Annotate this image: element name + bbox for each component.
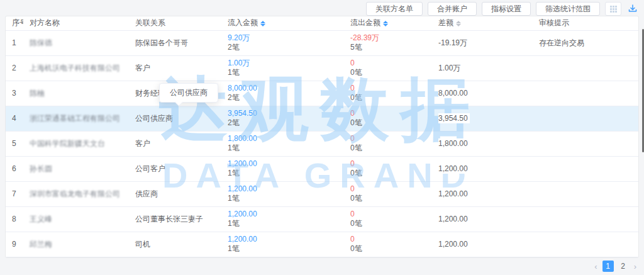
column-header-counterparty-name: 对方名称 [23, 16, 129, 30]
inflow-count: 1笔 [228, 68, 240, 77]
relationship-tooltip: 公司供应商 [159, 83, 218, 103]
cell-inflow: 9.20万 2笔 [221, 30, 344, 55]
outflow-amount-link[interactable]: 0 [350, 235, 426, 244]
cell-counterparty-name: 孙长圆 [23, 156, 129, 181]
outflow-amount-link[interactable]: 0 [350, 59, 426, 68]
cell-index: 5 [6, 131, 23, 156]
prev-page-arrow[interactable]: ‹ [593, 262, 598, 271]
table-row[interactable]: 9 邱兰梅 司机 1,200.00 1笔 0 0笔 1,200.00 [6, 232, 638, 257]
outflow-amount-link[interactable]: 0 [350, 210, 426, 219]
sort-icon[interactable] [260, 21, 265, 26]
cell-relationship: 司机 [129, 232, 221, 257]
download-button[interactable] [626, 2, 639, 16]
column-header-outflow-amount[interactable]: 流出金额 [344, 16, 432, 30]
outflow-amount-link[interactable]: 0 [350, 109, 426, 118]
table-row[interactable]: 2 上海机沃电子科技有限公司 客户 1.00万 1笔 0 0笔 1.00万 [6, 55, 638, 81]
inflow-amount-link[interactable]: 1,200.00 [228, 210, 338, 219]
cell-counterparty-name: 王义峰 [23, 206, 129, 232]
inflow-amount-link[interactable]: 1,200.00 [228, 159, 338, 169]
cell-audit-hint [533, 156, 638, 181]
cell-difference: 1,200.00 [432, 206, 533, 232]
redacted-name: 中国科学院新疆天文台 [30, 139, 105, 148]
cell-relationship: 供应商 [129, 181, 221, 206]
inflow-count: 2笔 [228, 118, 240, 127]
cell-inflow: 8,000.00 2笔 [221, 81, 344, 106]
cell-inflow: 1,200.00 1笔 [221, 206, 344, 232]
cell-index: 1 [6, 30, 23, 55]
cell-counterparty-name: 邱兰梅 [23, 232, 129, 257]
cell-relationship: 陈保国各个哥哥 [129, 30, 221, 55]
cell-outflow: 0 0笔 [344, 106, 432, 131]
next-page-arrow[interactable]: › [633, 262, 638, 271]
related-party-list-button[interactable]: 关联方名单 [366, 2, 423, 16]
inflow-count: 1笔 [228, 169, 240, 177]
cell-difference: 1,200.00 [432, 156, 533, 181]
inflow-amount-link[interactable]: 8,000.00 [228, 84, 338, 93]
outflow-count: 5笔 [350, 43, 362, 52]
table-row[interactable]: 7 深圳市富临龙电子有限公司 供应商 1,200.00 1笔 0 0笔 1,20… [6, 181, 638, 206]
cell-audit-hint [533, 206, 638, 232]
cell-audit-hint: 存在逆向交易 [533, 30, 638, 55]
inflow-count: 2笔 [228, 93, 240, 102]
related-party-table: 序号 对方名称 关联关系 流入金额 流出金额 差额 审核提示 1 [6, 16, 638, 257]
redacted-name: 浙江荣通基础工程有限公司 [30, 114, 120, 123]
table-row[interactable]: 4 浙江荣通基础工程有限公司 公司供应商 3,954.50 2笔 0 0笔 3,… [6, 106, 638, 131]
cell-outflow: 0 0笔 [344, 81, 432, 106]
outflow-amount-link[interactable]: 0 [350, 159, 426, 169]
table-row[interactable]: 3 陈楠 财务经理 8,000.00 2笔 0 0笔 8,000.00 [6, 81, 638, 106]
inflow-amount-link[interactable]: 1,800.00 [228, 134, 338, 143]
inflow-amount-link[interactable]: 9.20万 [228, 33, 338, 43]
outflow-count: 0笔 [350, 169, 362, 177]
cell-outflow: 0 0笔 [344, 206, 432, 232]
column-header-inflow-amount[interactable]: 流入金额 [221, 16, 344, 30]
cell-audit-hint [533, 232, 638, 257]
cell-inflow: 1,800.00 1笔 [221, 131, 344, 156]
inflow-amount-link[interactable]: 1,200.00 [228, 184, 338, 194]
outflow-amount-link[interactable]: 0 [350, 84, 426, 93]
outflow-amount-link[interactable]: 0 [350, 134, 426, 143]
grid-icon-button[interactable] [605, 2, 621, 16]
cell-relationship: 客户 [129, 55, 221, 81]
page-button-1[interactable]: 1 [602, 261, 614, 272]
related-party-table-panel: 序号 对方名称 关联关系 流入金额 流出金额 差额 审核提示 1 [5, 16, 639, 258]
redacted-name: 深圳市富临龙电子有限公司 [30, 189, 120, 198]
column-header-difference[interactable]: 差额 [432, 16, 533, 30]
cell-counterparty-name: 上海机沃电子科技有限公司 [23, 55, 129, 81]
table-row[interactable]: 5 中国科学院新疆天文台 客户 1,800.00 1笔 0 0笔 1,800.0… [6, 131, 638, 156]
cell-index: 4 [6, 106, 23, 131]
indicator-settings-button[interactable]: 指标设置 [482, 2, 531, 16]
cell-index: 7 [6, 181, 23, 206]
grid-icon [610, 6, 617, 13]
outflow-count: 0笔 [350, 68, 362, 77]
outflow-amount-link[interactable]: -28.39万 [350, 33, 426, 43]
sort-icon[interactable] [456, 21, 461, 26]
inflow-count: 2笔 [228, 43, 240, 52]
cell-difference: 1,200.00 [432, 181, 533, 206]
inflow-amount-link[interactable]: 1.00万 [228, 59, 338, 68]
redacted-name: 邱兰梅 [30, 240, 52, 249]
cell-index: 8 [6, 206, 23, 232]
inflow-count: 1笔 [228, 194, 240, 203]
cell-counterparty-name: 浙江荣通基础工程有限公司 [23, 106, 129, 131]
table-row[interactable]: 1 陈保德 陈保国各个哥哥 9.20万 2笔 -28.39万 5笔 -19.19… [6, 30, 638, 55]
inflow-amount-link[interactable]: 3,954.50 [228, 109, 338, 118]
filter-statistics-range-button[interactable]: 筛选统计范围 [536, 2, 600, 16]
sort-icon[interactable] [383, 21, 388, 26]
outflow-amount-link[interactable]: 0 [350, 184, 426, 194]
cell-difference: -19.19万 [432, 30, 533, 55]
inflow-count: 1笔 [228, 244, 240, 253]
redacted-name: 上海机沃电子科技有限公司 [30, 64, 120, 72]
table-row[interactable]: 8 王义峰 公司董事长张三妻子 1,200.00 1笔 0 0笔 1,200.0… [6, 206, 638, 232]
cell-difference: 8,000.00 [432, 81, 533, 106]
page-button-2[interactable]: 2 [618, 261, 629, 272]
inflow-amount-link[interactable]: 1,200.00 [228, 235, 338, 244]
outflow-count: 0笔 [350, 93, 362, 102]
cell-difference: 1,200.00 [432, 232, 533, 257]
table-row[interactable]: 6 孙长圆 公司客户 1,200.00 1笔 0 0笔 1,200.00 [6, 156, 638, 181]
cell-outflow: -28.39万 5笔 [344, 30, 432, 55]
cell-outflow: 0 0笔 [344, 55, 432, 81]
cell-outflow: 0 0笔 [344, 232, 432, 257]
inflow-count: 1笔 [228, 219, 240, 228]
merge-accounts-button[interactable]: 合并账户 [428, 2, 477, 16]
cell-audit-hint [533, 55, 638, 81]
